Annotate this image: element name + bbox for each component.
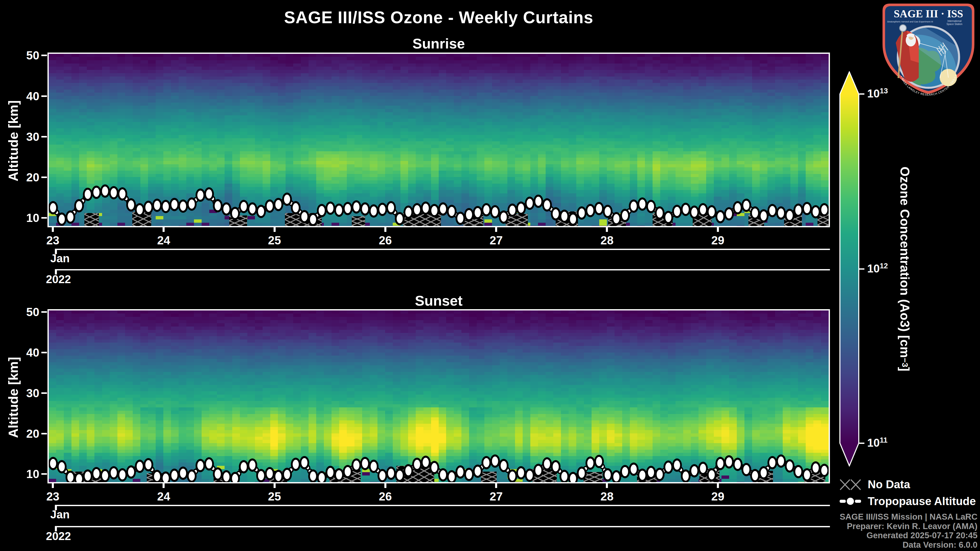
x-tick-mark [495,227,497,232]
x-tick-label: 27 [481,233,511,247]
year-label-sunrise: 2022 [46,273,71,286]
y-tick-label: 10 [11,467,39,481]
logo-subtitle-right-1: International [947,20,961,22]
y-tick-mark [41,217,47,219]
x-tick-label: 29 [703,489,733,503]
tropopause-line-icon [840,495,861,507]
x-tick-mark [162,227,165,232]
x-tick-label: 28 [592,233,622,247]
x-tick-label: 29 [703,233,733,247]
colorbar-tick-1e12 [859,268,864,270]
legend-label-tropopause: Tropopause Altitude [868,495,976,508]
colorbar-label-exponent: −3 [900,358,910,367]
y-tick-label: 40 [11,89,39,103]
colorbar-ticklabel-1e12: 1012 [867,262,888,275]
y-tick-label: 50 [11,305,39,319]
colorbar-tick-mantissa: 10 [867,437,880,449]
x-tick-label: 26 [370,489,401,503]
y-tick-mark [41,433,47,434]
legend-label-no-data: No Data [868,478,910,491]
x-tick-mark [384,483,387,488]
y-tick-mark [41,55,47,56]
x-tick-mark [717,227,719,232]
x-tick-mark [606,483,608,488]
sage-iii-iss-mission-logo: SAGE III · ISS Stratospheric Aerosol and… [880,2,977,98]
footer-generated: Generated 2025-07-17 20:45 [840,531,977,540]
y-tick-mark [41,176,47,178]
y-tick-label: 30 [11,386,39,400]
y-tick-mark [41,95,47,97]
colorbar-tick-exponent: 12 [880,262,888,270]
y-tick-label: 20 [11,170,39,184]
panel-title-sunrise: Sunrise [49,35,829,52]
colorbar [839,71,859,467]
colorbar-tick-1e13 [859,94,864,95]
colorbar-ticklabel-1e11: 1011 [867,436,888,449]
y-tick-mark [41,352,47,353]
colorbar-label-text: Ozone Concentration (Ao3) [cm [897,167,912,358]
x-tick-mark [495,483,497,488]
year-axis-line-sunrise [55,269,830,270]
x-tick-label: 24 [148,233,179,247]
x-tick-label: 24 [148,489,179,503]
footer-preparer: Preparer: Kevin R. Leavor (AMA) [840,522,977,531]
month-label-sunset: Jan [50,508,70,521]
y-tick-mark [41,136,47,138]
x-tick-mark [717,483,719,488]
y-tick-label: 50 [11,48,39,62]
page-title: SAGE III/ISS Ozone - Weekly Curtains [49,8,829,27]
x-tick-label: 25 [259,233,290,247]
y-tick-label: 20 [11,427,39,441]
x-tick-label: 25 [259,489,290,503]
y-tick-mark [41,311,47,313]
x-tick-mark [606,227,608,232]
colorbar-tick-mantissa: 10 [867,87,880,100]
x-tick-mark [274,227,275,232]
logo-subtitle-left: Stratospheric Aerosol and Gas Experiment… [887,21,933,23]
y-tick-mark [41,392,47,394]
colorbar-axis-label: Ozone Concentration (Ao3) [cm−3] [896,72,914,466]
year-axis-line-sunset [55,526,830,527]
x-tick-mark [52,483,54,488]
panel-title-sunset: Sunset [49,292,829,309]
no-data-hatch-icon [840,478,861,490]
x-tick-mark [384,227,387,232]
x-tick-label: 23 [38,489,68,503]
y-tick-label: 10 [11,211,39,225]
x-tick-mark [274,483,275,488]
y-tick-mark [41,473,47,475]
legend-item-tropopause: Tropopause Altitude [840,495,976,508]
logo-subtitle-right-2: Space Station [947,23,963,25]
x-tick-label: 28 [592,489,622,503]
x-tick-label: 23 [38,233,68,247]
colorbar-tick-1e11 [859,443,864,444]
y-tick-label: 30 [11,130,39,144]
footer-data-version: Data Version: 6.0.0 [840,540,977,550]
sunset-heatmap-canvas [49,310,829,482]
sunset-heatmap-panel [48,309,830,483]
month-label-sunrise: Jan [50,252,70,265]
year-label-sunset: 2022 [46,530,71,543]
footer-credits: SAGE III/ISS Mission | NASA LaRC Prepare… [840,512,977,549]
colorbar-tick-mantissa: 10 [867,262,880,275]
sunrise-heatmap-panel [48,52,830,227]
month-axis-line-sunrise [55,249,830,250]
y-tick-label: 40 [11,346,39,359]
colorbar-tick-exponent: 11 [880,436,888,444]
logo-title: SAGE III · ISS [894,8,963,20]
x-tick-mark [162,483,165,488]
x-tick-label: 26 [370,233,401,247]
x-tick-mark [52,227,54,232]
sunrise-heatmap-canvas [49,54,829,226]
legend-item-no-data: No Data [840,478,910,491]
month-axis-line-sunset [55,505,830,506]
colorbar-label-bracket: ] [897,367,912,372]
x-tick-label: 27 [481,489,511,503]
footer-mission: SAGE III/ISS Mission | NASA LaRC [840,512,977,522]
